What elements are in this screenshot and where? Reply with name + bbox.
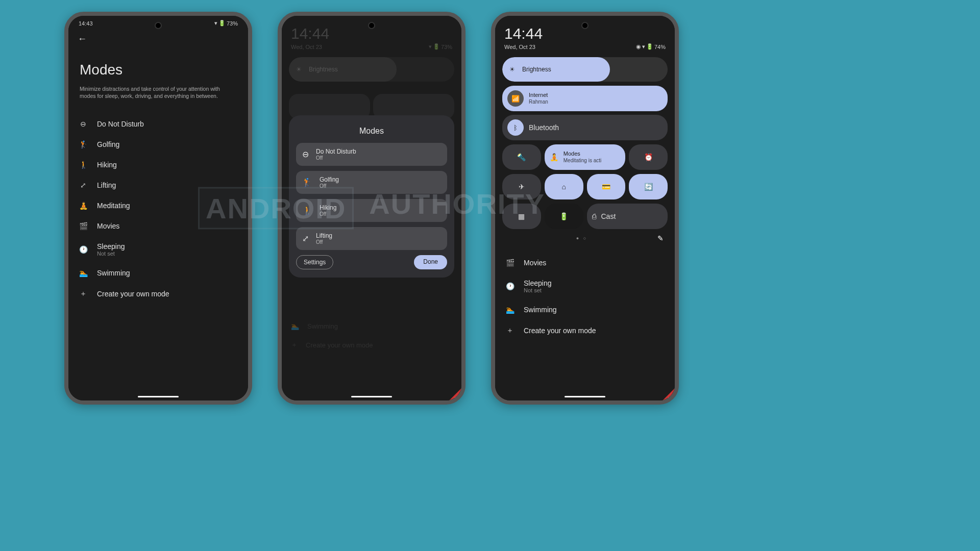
rotate-icon: 🔄 (644, 183, 653, 191)
flexi-badge: flexi📱 (649, 375, 675, 400)
dnd-icon: ⊖ (79, 120, 88, 128)
tile-home[interactable]: ⌂ (545, 174, 583, 199)
battery-icon: 🔋 (559, 212, 568, 220)
wifi-icon: 📶 (507, 90, 524, 107)
brightness-slider[interactable]: ☀Brightness (289, 57, 454, 82)
movies-icon: 🎬 (79, 222, 88, 230)
tile-bluetooth[interactable]: ᛒBluetooth (502, 115, 668, 140)
battery-icon: 🔋 (646, 43, 653, 50)
wifi-icon: ▾ (214, 20, 217, 27)
mode-golfing[interactable]: 🏌Golfing (76, 134, 241, 155)
wifi-icon: ▾ (429, 43, 432, 50)
flashlight-icon: 🔦 (517, 153, 526, 161)
home-indicator[interactable] (351, 396, 392, 397)
mode-swimming[interactable]: 🏊Swimming (76, 263, 241, 283)
lifting-icon: ⤢ (302, 234, 309, 243)
tile-modes[interactable]: 🧘ModesMeditating is acti (545, 144, 626, 170)
home-icon: ⌂ (561, 183, 566, 191)
tile-airplane[interactable]: ✈ (502, 174, 541, 199)
list-movies[interactable]: 🎬Movies (502, 253, 668, 273)
movies-icon: 🎬 (505, 259, 514, 267)
mode-meditating[interactable]: 🧘Meditating (76, 195, 241, 216)
home-indicator[interactable] (565, 396, 605, 397)
qs-clock: 14:44 (502, 16, 668, 42)
meditating-icon: 🧘 (550, 153, 558, 161)
mode-sleeping[interactable]: 🕐SleepingNot set (76, 236, 241, 263)
battery-pct: 73% (227, 20, 238, 27)
front-camera (155, 22, 162, 29)
dialog-item-dnd[interactable]: ⊖Do Not DisturbOff (296, 143, 447, 166)
create-mode-button[interactable]: ＋Create your own mode (76, 283, 241, 305)
list-create-mode[interactable]: ＋Create your own mode (502, 320, 668, 341)
brightness-icon: ☀ (509, 66, 515, 73)
battery-icon: 🔋 (218, 20, 226, 27)
alarm-icon: ⏰ (644, 153, 653, 161)
modes-dialog: Modes ⊖Do Not DisturbOff 🏌GolfingOff 🚶Hi… (289, 115, 454, 278)
tile-alarm[interactable]: ⏰ (629, 144, 668, 170)
tile-battery[interactable]: 🔋 (545, 204, 583, 229)
battery-icon: 🔋 (433, 43, 440, 50)
status-time: 14:43 (79, 20, 93, 27)
airplane-icon: ✈ (519, 183, 525, 191)
mode-lifting[interactable]: ⤢Lifting (76, 175, 241, 195)
front-camera (581, 22, 589, 29)
ghost-create: ＋Create your own mode (289, 335, 454, 355)
phone-1-settings-modes: 14:43 ▾ 🔋 73% ← Modes Minimize distracti… (64, 12, 252, 405)
dnd-icon: ⊖ (302, 149, 309, 159)
back-button[interactable]: ← (76, 29, 241, 44)
qs-clock: 14:44 (289, 16, 454, 42)
clock-icon: 🕐 (505, 282, 514, 290)
page-indicator-row: ● ○ ✎ (502, 229, 668, 244)
tile-wallet[interactable]: 💳 (587, 174, 626, 199)
modes-list: ⊖Do Not Disturb 🏌Golfing 🚶Hiking ⤢Liftin… (76, 114, 241, 305)
hiking-icon: 🚶 (79, 161, 88, 169)
hiking-icon: 🚶 (302, 206, 312, 215)
dialog-item-lifting[interactable]: ⤢LiftingOff (296, 227, 447, 250)
swimming-icon: 🏊 (79, 269, 88, 277)
page-dots: ● ○ (506, 236, 657, 241)
list-swimming[interactable]: 🏊Swimming (502, 299, 668, 320)
tile-internet[interactable]: 📶InternetRahman (502, 86, 668, 111)
tile-qr[interactable]: ▦ (502, 204, 541, 229)
brightness-slider[interactable]: ☀Brightness (502, 57, 668, 82)
brightness-icon: ☀ (296, 66, 302, 73)
wallet-icon: 💳 (602, 183, 610, 191)
phone-2-modes-dialog: 14:44 Wed, Oct 23 ▾🔋73% ☀Brightness Mode… (278, 12, 465, 405)
qs-date: Wed, Oct 23 ◉▾🔋74% (502, 42, 668, 57)
qs-date: Wed, Oct 23 ▾🔋73% (289, 42, 454, 57)
mode-hiking[interactable]: 🚶Hiking (76, 155, 241, 175)
flexi-badge: flexi📱 (436, 375, 461, 400)
tile-rotate[interactable]: 🔄 (629, 174, 668, 199)
page-title: Modes (76, 44, 241, 81)
list-sleeping[interactable]: 🕐SleepingNot set (502, 273, 668, 299)
page-description: Minimize distractions and take control o… (76, 81, 241, 114)
swimming-icon: 🏊 (505, 306, 514, 314)
edit-tiles-button[interactable]: ✎ (657, 234, 664, 242)
golf-icon: 🏌 (79, 140, 88, 148)
phone-3-quick-settings: 14:44 Wed, Oct 23 ◉▾🔋74% ☀Brightness 📶In… (491, 12, 679, 405)
dialog-title: Modes (296, 123, 447, 143)
cast-icon: ⎙ (592, 212, 596, 220)
home-indicator[interactable] (138, 396, 179, 397)
settings-button[interactable]: Settings (296, 255, 333, 269)
location-icon: ◉ (636, 43, 641, 50)
mode-movies[interactable]: 🎬Movies (76, 216, 241, 236)
bluetooth-icon: ᛒ (507, 119, 524, 136)
tile-flashlight[interactable]: 🔦 (502, 144, 541, 170)
dialog-item-hiking[interactable]: 🚶HikingOff (296, 199, 447, 222)
plus-icon: ＋ (505, 326, 514, 335)
mode-do-not-disturb[interactable]: ⊖Do Not Disturb (76, 114, 241, 134)
lifting-icon: ⤢ (79, 181, 88, 189)
done-button[interactable]: Done (414, 255, 447, 269)
tile-cast[interactable]: ⎙Cast (587, 204, 668, 229)
wifi-icon: ▾ (642, 43, 645, 50)
front-camera (368, 22, 375, 29)
qr-icon: ▦ (518, 212, 525, 220)
meditating-icon: 🧘 (79, 202, 88, 210)
clock-icon: 🕐 (79, 245, 88, 254)
dialog-item-golfing[interactable]: 🏌GolfingOff (296, 171, 447, 194)
plus-icon: ＋ (79, 289, 88, 298)
golf-icon: 🏌 (302, 178, 312, 187)
ghost-swimming: 🏊Swimming (289, 317, 454, 335)
